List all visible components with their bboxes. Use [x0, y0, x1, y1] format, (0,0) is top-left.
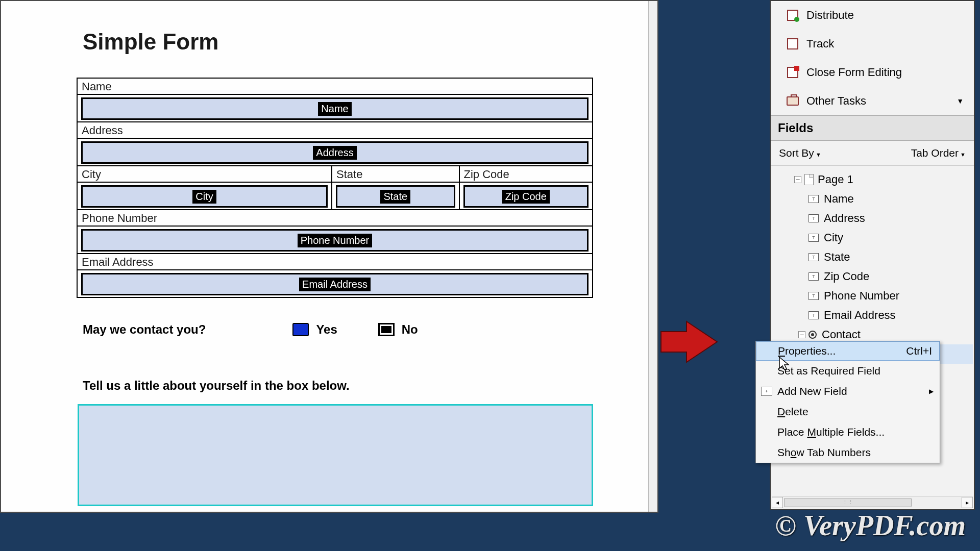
- collapse-toggle[interactable]: −: [798, 331, 805, 338]
- zip-field[interactable]: Zip Code: [463, 185, 589, 208]
- fields-header: Fields: [771, 115, 974, 141]
- tree-field-state[interactable]: TState: [772, 247, 973, 267]
- contact-question-row: May we contact you? Yes No: [83, 322, 418, 337]
- radiogroup-icon: [808, 331, 817, 339]
- scrollbar-vertical[interactable]: [648, 1, 657, 512]
- scroll-thumb[interactable]: ⋮⋮: [784, 498, 912, 507]
- briefcase-icon: [787, 96, 799, 106]
- email-field[interactable]: Email Address: [81, 273, 589, 295]
- tree-field-city[interactable]: TCity: [772, 228, 973, 247]
- textfield-icon: T: [808, 292, 819, 300]
- email-tag: Email Address: [299, 278, 371, 291]
- state-label: State: [332, 166, 459, 183]
- no-label: No: [402, 322, 418, 337]
- menu-place-multiple[interactable]: Place Multiple Fields...: [756, 422, 940, 442]
- distribute-icon: [787, 10, 798, 21]
- no-checkbox[interactable]: [378, 323, 395, 336]
- textfield-icon: T: [808, 272, 819, 281]
- menu-delete[interactable]: Delete: [756, 402, 940, 422]
- textfield-icon: T: [808, 214, 819, 222]
- scroll-right-button[interactable]: ▸: [962, 497, 973, 508]
- close-icon: [787, 67, 798, 78]
- textfield-icon: T: [808, 311, 819, 319]
- document-canvas: Simple Form Name Name Address Address Ci…: [0, 0, 658, 513]
- city-field[interactable]: City: [81, 185, 328, 208]
- chevron-down-icon: ▼: [957, 97, 964, 105]
- tab-order-dropdown[interactable]: Tab Order: [911, 147, 966, 159]
- other-label: Other Tasks: [806, 94, 866, 108]
- tree-field-phone[interactable]: TPhone Number: [772, 286, 973, 306]
- scroll-left-button[interactable]: ◂: [772, 497, 783, 508]
- phone-field[interactable]: Phone Number: [81, 229, 589, 252]
- track-button[interactable]: Track: [771, 30, 974, 58]
- distribute-label: Distribute: [806, 9, 854, 22]
- page-icon: [804, 174, 814, 185]
- watermark: © VeryPDF.com: [775, 509, 966, 542]
- menu-properties[interactable]: PProperties...roperties... Ctrl+I: [756, 341, 940, 361]
- textfield-icon: T: [808, 253, 819, 261]
- tree-field-email[interactable]: TEmail Address: [772, 306, 973, 325]
- address-field[interactable]: Address: [81, 141, 589, 164]
- state-tag: State: [380, 190, 410, 204]
- name-label: Name: [78, 79, 592, 95]
- tree-field-zip[interactable]: TZip Code: [772, 267, 973, 286]
- form-title: Simple Form: [83, 29, 657, 55]
- state-field[interactable]: State: [336, 185, 455, 208]
- close-form-editing-button[interactable]: Close Form Editing: [771, 58, 974, 87]
- tell-us-text: Tell us a little about yourself in the b…: [83, 379, 350, 393]
- close-label: Close Form Editing: [806, 66, 902, 79]
- email-label: Email Address: [78, 254, 592, 270]
- zip-label: Zip Code: [460, 166, 592, 183]
- tell-us-field[interactable]: [78, 404, 593, 506]
- menu-add-new-field[interactable]: + Add New Field ▶: [756, 381, 940, 402]
- name-field[interactable]: Name: [81, 97, 589, 120]
- scrollbar-horizontal[interactable]: ◂ ⋮⋮ ▸: [772, 496, 973, 508]
- zip-tag: Zip Code: [502, 190, 550, 204]
- textfield-icon: T: [808, 195, 819, 203]
- track-icon: [787, 38, 798, 49]
- sort-by-dropdown[interactable]: Sort By: [779, 147, 821, 159]
- menu-show-tab-numbers[interactable]: Show Tab Numbers: [756, 442, 940, 463]
- textfield-icon: T: [808, 234, 819, 242]
- svg-marker-0: [661, 321, 717, 362]
- tree-page[interactable]: − Page 1: [772, 170, 973, 189]
- tree-field-address[interactable]: TAddress: [772, 209, 973, 228]
- city-label: City: [78, 166, 331, 183]
- tree-field-name[interactable]: TName: [772, 189, 973, 209]
- add-field-icon: +: [761, 387, 772, 396]
- collapse-toggle[interactable]: −: [794, 176, 801, 183]
- phone-tag: Phone Number: [298, 234, 373, 247]
- name-tag: Name: [318, 102, 351, 116]
- address-label: Address: [78, 122, 592, 139]
- address-tag: Address: [313, 146, 356, 160]
- form-table: Name Name Address Address City City Stat…: [77, 78, 593, 298]
- distribute-button[interactable]: Distribute: [771, 1, 974, 30]
- submenu-arrow-icon: ▶: [929, 388, 934, 395]
- other-tasks-button[interactable]: Other Tasks ▼: [771, 87, 974, 115]
- yes-label: Yes: [316, 322, 337, 337]
- red-arrow-annotation: [656, 316, 722, 372]
- yes-checkbox[interactable]: [292, 323, 309, 336]
- menu-required[interactable]: Set as Required Field: [756, 361, 940, 381]
- track-label: Track: [806, 37, 834, 51]
- shortcut-text: Ctrl+I: [906, 345, 932, 357]
- phone-label: Phone Number: [78, 210, 592, 227]
- city-tag: City: [192, 190, 216, 204]
- context-menu: PProperties...roperties... Ctrl+I Set as…: [755, 341, 940, 463]
- contact-question: May we contact you?: [83, 322, 206, 337]
